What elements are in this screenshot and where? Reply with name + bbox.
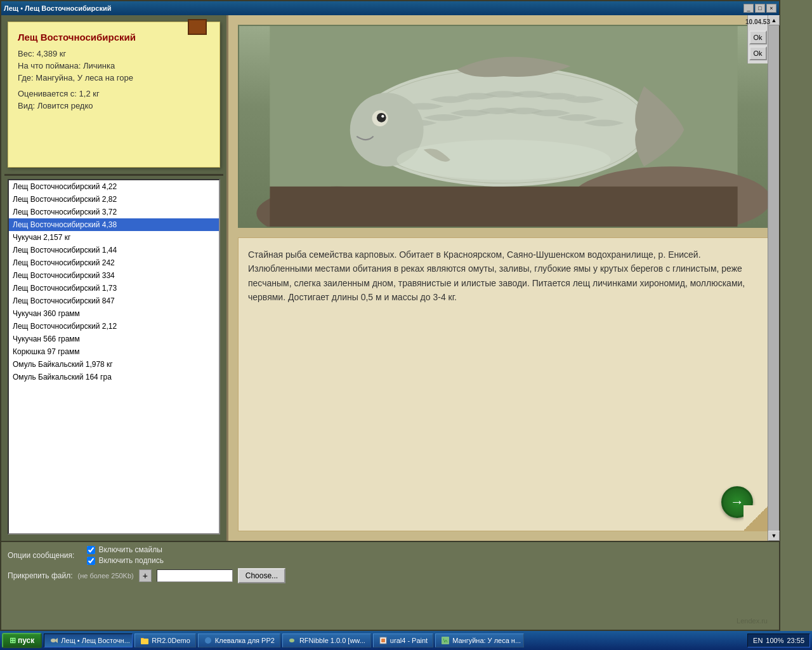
attach-add-button[interactable]: + bbox=[139, 569, 152, 582]
checkbox-smileys-input[interactable] bbox=[87, 546, 95, 554]
choose-button[interactable]: Choose... bbox=[238, 568, 285, 583]
taskbar: ⊞ пуск Лещ • Лещ Восточн... RR2.0Demo Кл… bbox=[0, 631, 812, 650]
taskbar-item-paint-label: ural4 - Paint bbox=[390, 637, 428, 644]
fish-rating: Оценивается с: 1,2 кг bbox=[18, 89, 210, 98]
fish-list-item[interactable]: Лещ Восточносибирский 2,82 bbox=[9, 193, 219, 206]
rarity-label: Вид: bbox=[18, 101, 35, 110]
close-button[interactable]: × bbox=[766, 4, 776, 13]
attach-file-input[interactable] bbox=[157, 569, 233, 582]
next-button[interactable]: → bbox=[721, 486, 753, 518]
fish-card-icon bbox=[188, 19, 207, 35]
fish-image bbox=[239, 26, 768, 227]
fish-list-item[interactable]: Чукучан 2,157 кг bbox=[9, 231, 219, 244]
fish-photo-area bbox=[238, 25, 769, 228]
fish-list-item[interactable]: Лещ Восточносибирский 242 bbox=[9, 256, 219, 269]
fish-caught: На что поймана: Личинка bbox=[18, 61, 210, 70]
attach-row: Прикрепить файл: (не более 250Kb) + Choo… bbox=[8, 568, 773, 583]
fish-list-container: Лещ Восточносибирский 4,22Лещ Восточноси… bbox=[8, 179, 220, 534]
taskbar-item-lesh[interactable]: Лещ • Лещ Восточн... bbox=[44, 633, 133, 647]
attach-label: Прикрепить файл: bbox=[8, 571, 72, 580]
fish-rarity: Вид: Ловится редко bbox=[18, 101, 210, 110]
ok-button-2[interactable]: Ok bbox=[749, 46, 767, 60]
fish-name: Лещ Восточносибирский bbox=[18, 32, 210, 43]
minimize-button[interactable]: _ bbox=[743, 4, 754, 13]
fish-list-item[interactable]: Лещ Восточносибирский 4,38 bbox=[9, 218, 219, 231]
svg-point-10 bbox=[396, 140, 610, 180]
attach-note: (не более 250Kb) bbox=[77, 572, 133, 580]
taskbar-item-paint[interactable]: ural4 - Paint bbox=[373, 633, 433, 647]
scroll-down-button[interactable]: ▼ bbox=[768, 531, 779, 541]
content-area: Лещ Восточносибирский Вес: 4,389 кг На ч… bbox=[1, 15, 779, 541]
fish-weight: Вес: 4,389 кг bbox=[18, 49, 210, 58]
caught-value: Личинка bbox=[83, 61, 115, 70]
options-row: Опции сообщения: Включить смайлы Включит… bbox=[8, 545, 773, 565]
taskbar-item-rr2-label: RR2.0Demo bbox=[152, 637, 190, 644]
rating-label: Оценивается с: bbox=[18, 89, 77, 98]
fish-list-item[interactable]: Омуль Байкальский 164 гра bbox=[9, 371, 219, 383]
fish-list-item[interactable]: Чукучан 566 грамм bbox=[9, 333, 219, 345]
description-text: Стайная рыба семейства карповых. Обитает… bbox=[248, 248, 759, 305]
tray-lang: EN bbox=[753, 637, 763, 644]
paint-icon bbox=[379, 636, 388, 645]
fish-list-item[interactable]: Омуль Байкальский 1,978 кг bbox=[9, 358, 219, 371]
klevalka-icon bbox=[204, 636, 213, 645]
panel-separator bbox=[4, 174, 223, 176]
left-panel: Лещ Восточносибирский Вес: 4,389 кг На ч… bbox=[1, 15, 226, 541]
checkbox-signature-input[interactable] bbox=[87, 557, 95, 565]
side-action-panel: 10.04.53 Ok Ok bbox=[747, 15, 768, 63]
fish-list[interactable]: Лещ Восточносибирский 4,22Лещ Восточноси… bbox=[9, 180, 219, 533]
svg-point-11 bbox=[51, 639, 56, 642]
checkbox-smileys[interactable]: Включить смайлы bbox=[87, 545, 164, 554]
weight-value: 4,389 кг bbox=[37, 49, 67, 58]
taskbar-item-rr2[interactable]: RR2.0Demo bbox=[134, 633, 196, 647]
taskbar-item-manguyna[interactable]: Мангуйна: У леса н... bbox=[435, 633, 524, 647]
fish-list-item[interactable]: Лещ Восточносибирский 4,22 bbox=[9, 180, 219, 193]
tray-time: 23:55 bbox=[787, 637, 804, 644]
svg-rect-3 bbox=[270, 187, 737, 227]
rating-value: 1,2 кг bbox=[79, 89, 100, 98]
right-scrollbar[interactable]: ▲ ▼ bbox=[768, 15, 779, 541]
fish-list-item[interactable]: Корюшка 97 грамм bbox=[9, 345, 219, 358]
main-window: Лещ • Лещ Восточносибирский _ □ × Лещ Во… bbox=[0, 0, 780, 631]
title-bar-buttons: _ □ × bbox=[743, 4, 776, 13]
fish-icon bbox=[49, 636, 58, 645]
ok-button-1[interactable]: Ok bbox=[749, 30, 767, 44]
system-tray: EN 100% 23:55 bbox=[747, 633, 810, 647]
fish-list-item[interactable]: Лещ Восточносибирский 334 bbox=[9, 269, 219, 282]
checkbox-signature[interactable]: Включить подпись bbox=[87, 556, 164, 565]
svg-rect-16 bbox=[381, 639, 385, 642]
taskbar-item-lesh-label: Лещ • Лещ Восточн... bbox=[61, 637, 130, 644]
maximize-button[interactable]: □ bbox=[755, 4, 765, 13]
rfnibble-icon bbox=[288, 636, 297, 645]
side-timestamp: 10.04.53 bbox=[745, 18, 770, 25]
fish-list-item[interactable]: Лещ Восточносибирский 847 bbox=[9, 295, 219, 307]
weight-label: Вес: bbox=[18, 49, 34, 58]
right-panel: Стайная рыба семейства карповых. Обитает… bbox=[226, 15, 779, 541]
start-button[interactable]: ⊞ пуск bbox=[2, 633, 42, 648]
fish-list-item[interactable]: Лещ Восточносибирский 3,72 bbox=[9, 206, 219, 218]
svg-rect-12 bbox=[141, 639, 148, 644]
fish-description: Стайная рыба семейства карповых. Обитает… bbox=[238, 237, 769, 531]
svg-point-8 bbox=[377, 113, 386, 123]
fish-location: Где: Мангуйна, У леса на горе bbox=[18, 73, 210, 83]
taskbar-item-klevalka[interactable]: Клевалка для PP2 bbox=[198, 633, 280, 647]
checkbox-group: Включить смайлы Включить подпись bbox=[87, 545, 164, 565]
checkbox-smileys-label: Включить смайлы bbox=[98, 545, 162, 554]
scroll-track bbox=[768, 25, 779, 531]
checkbox-signature-label: Включить подпись bbox=[98, 556, 164, 565]
svg-point-9 bbox=[381, 115, 384, 117]
svg-point-13 bbox=[205, 637, 211, 644]
fish-list-item[interactable]: Лещ Восточносибирский 2,12 bbox=[9, 320, 219, 333]
taskbar-item-rfnibble[interactable]: RFNibble 1.0.0 [ww... bbox=[282, 633, 371, 647]
fish-list-item[interactable]: Лещ Восточносибирский 1,73 bbox=[9, 282, 219, 295]
rarity-value: Ловится редко bbox=[37, 101, 93, 110]
taskbar-item-klevalka-label: Клевалка для PP2 bbox=[215, 637, 275, 644]
bottom-section: Опции сообщения: Включить смайлы Включит… bbox=[1, 541, 779, 630]
map-icon bbox=[441, 636, 450, 645]
fish-info-card: Лещ Восточносибирский Вес: 4,389 кг На ч… bbox=[8, 22, 220, 168]
fish-list-item[interactable]: Лещ Восточносибирский 1,44 bbox=[9, 244, 219, 256]
svg-point-14 bbox=[289, 639, 294, 642]
options-label: Опции сообщения: bbox=[8, 551, 74, 560]
location-label: Где: bbox=[18, 73, 34, 83]
fish-list-item[interactable]: Чукучан 360 грамм bbox=[9, 307, 219, 320]
